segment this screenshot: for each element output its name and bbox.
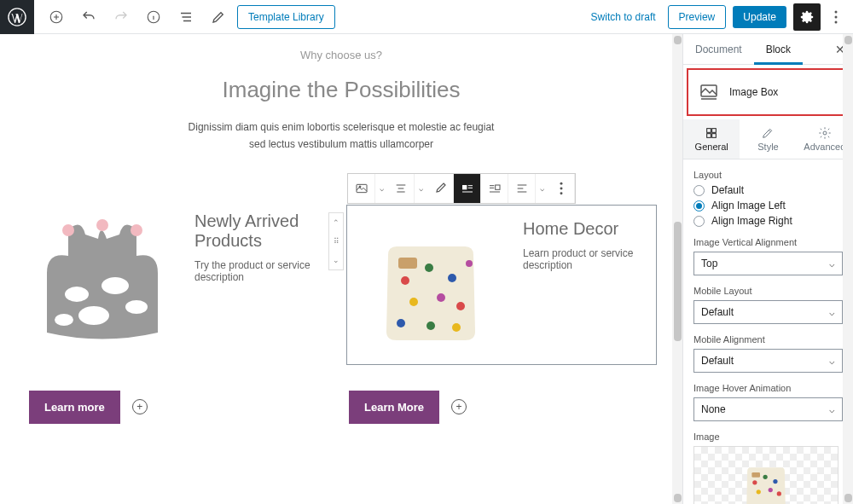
- svg-point-42: [757, 490, 761, 494]
- vert-align-select[interactable]: Top: [693, 252, 843, 275]
- info-icon[interactable]: [142, 5, 165, 29]
- svg-point-31: [466, 260, 473, 267]
- svg-rect-38: [751, 472, 760, 478]
- tab-document[interactable]: Document: [683, 34, 754, 64]
- svg-point-29: [426, 322, 435, 330]
- svg-point-9: [65, 287, 89, 302]
- text-align-dropdown[interactable]: [536, 174, 548, 203]
- sidebar-scrollbar[interactable]: [843, 34, 853, 504]
- mobile-align-label: Mobile Alignment: [693, 334, 843, 345]
- svg-point-12: [125, 300, 148, 314]
- update-button[interactable]: Update: [733, 6, 786, 28]
- svg-rect-34: [712, 129, 717, 133]
- color-picker-icon[interactable]: [426, 174, 454, 203]
- image-box-card-1[interactable]: Newly Arrived Products Try the product o…: [26, 205, 321, 365]
- align-image-left-icon[interactable]: [454, 174, 481, 203]
- mobile-layout-select[interactable]: Default: [693, 300, 843, 324]
- svg-point-8: [131, 224, 142, 236]
- outline-icon[interactable]: [174, 5, 198, 29]
- learn-more-button-1[interactable]: Learn more: [29, 391, 120, 424]
- svg-point-10: [102, 277, 129, 294]
- card-1-desc[interactable]: Try the product or service description: [194, 259, 321, 283]
- svg-rect-33: [707, 129, 711, 133]
- card-2-desc[interactable]: Learn product or service description: [523, 247, 649, 271]
- block-toolbar: [347, 173, 576, 204]
- hover-anim-select[interactable]: None: [693, 397, 843, 421]
- block-type-label: Image Box: [729, 86, 778, 98]
- svg-point-13: [55, 314, 73, 326]
- card-2-title[interactable]: Home Decor: [523, 219, 649, 239]
- more-options-icon[interactable]: [827, 3, 844, 31]
- svg-point-27: [456, 302, 465, 310]
- section-heading[interactable]: Imagine the Possibilities: [26, 77, 657, 103]
- template-library-button[interactable]: Template Library: [237, 5, 335, 29]
- panel-tab-general[interactable]: General: [683, 119, 740, 159]
- layout-option-align-right[interactable]: Align Image Right: [693, 215, 843, 227]
- settings-toggle-button[interactable]: [793, 3, 821, 31]
- add-block-icon[interactable]: [44, 5, 68, 29]
- text-align-icon[interactable]: [508, 174, 536, 203]
- mobile-align-select[interactable]: Default: [693, 349, 843, 373]
- image-section-label: Image: [693, 432, 843, 442]
- image-preview[interactable]: [693, 446, 838, 504]
- card-2-image[interactable]: [354, 212, 508, 357]
- align-center-icon[interactable]: [387, 174, 415, 203]
- svg-rect-35: [707, 134, 711, 138]
- preview-button[interactable]: Preview: [668, 5, 727, 29]
- svg-point-3: [835, 10, 838, 13]
- edit-icon[interactable]: [206, 5, 230, 29]
- redo-icon[interactable]: [109, 5, 133, 29]
- card-1-image: [26, 205, 179, 350]
- block-type-icon[interactable]: [348, 174, 375, 203]
- svg-point-43: [769, 488, 773, 492]
- hover-anim-label: Image Hover Animation: [693, 383, 843, 393]
- mobile-layout-label: Mobile Layout: [693, 286, 843, 296]
- move-up-icon[interactable]: ⌃: [329, 213, 343, 232]
- settings-sidebar: Document Block ✕ Image Box General Style…: [682, 34, 853, 504]
- section-lead-1[interactable]: Dignissim diam quis enim lobortis sceler…: [136, 119, 546, 136]
- svg-point-40: [763, 475, 768, 479]
- tab-block[interactable]: Block: [754, 34, 803, 65]
- svg-point-25: [409, 298, 418, 306]
- align-image-right-icon[interactable]: [481, 174, 508, 203]
- svg-point-44: [777, 491, 781, 495]
- svg-point-24: [448, 274, 456, 282]
- insert-block-icon[interactable]: +: [451, 399, 467, 414]
- svg-point-30: [452, 323, 461, 332]
- vert-align-label: Image Vertical Alignment: [693, 237, 843, 247]
- layout-label: Layout: [693, 170, 843, 180]
- block-type-dropdown[interactable]: [375, 174, 387, 203]
- panel-tab-style[interactable]: Style: [740, 119, 796, 159]
- section-lead-2[interactable]: sed lectus vestibulum mattis ullamcorper: [136, 136, 546, 153]
- svg-point-22: [401, 276, 409, 285]
- svg-point-15: [359, 186, 361, 188]
- svg-point-28: [397, 319, 405, 327]
- section-subtitle[interactable]: Why choose us?: [26, 49, 657, 61]
- layout-option-align-left[interactable]: Align Image Left: [693, 200, 843, 211]
- block-type-indicator: Image Box: [687, 68, 850, 116]
- svg-rect-17: [495, 185, 499, 189]
- svg-point-39: [752, 480, 757, 484]
- learn-more-button-2[interactable]: Learn More: [349, 391, 439, 424]
- card-1-title[interactable]: Newly Arrived Products: [194, 211, 321, 251]
- align-dropdown[interactable]: [415, 174, 426, 203]
- editor-canvas: Why choose us? Imagine the Possibilities…: [0, 34, 682, 504]
- switch-to-draft-button[interactable]: Switch to draft: [591, 11, 656, 23]
- undo-icon[interactable]: [77, 5, 101, 29]
- move-down-icon[interactable]: ⌄: [329, 251, 343, 269]
- svg-point-37: [823, 131, 827, 135]
- wordpress-logo[interactable]: [0, 0, 34, 34]
- svg-point-18: [560, 182, 562, 185]
- layout-option-default[interactable]: Default: [693, 184, 843, 196]
- selected-block[interactable]: ⌃ ⠿ ⌄ Home Decor Learn product or servic…: [346, 205, 657, 365]
- editor-topbar: Template Library Switch to draft Preview…: [0, 0, 853, 34]
- svg-point-6: [62, 224, 74, 236]
- svg-point-23: [425, 264, 433, 272]
- insert-block-icon[interactable]: +: [132, 399, 148, 414]
- svg-point-4: [835, 15, 838, 18]
- block-more-icon[interactable]: [548, 174, 575, 203]
- drag-handle-icon[interactable]: ⠿: [329, 232, 343, 251]
- svg-rect-21: [398, 258, 417, 269]
- canvas-scrollbar[interactable]: [672, 34, 682, 504]
- image-box-icon: [699, 82, 719, 102]
